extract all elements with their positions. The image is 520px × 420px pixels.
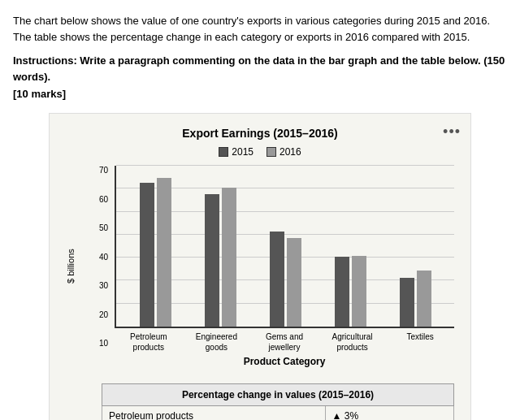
instructions-text: Instructions: Write a paragraph commenti… [13, 53, 507, 84]
bar-textiles-2016 [417, 271, 431, 327]
table-row-petroleum: Petroleum products ▲ 3% [102, 406, 454, 421]
chart-container: ••• Export Earnings (2015–2016) 2015 201… [49, 113, 471, 420]
category-agricultural [335, 256, 366, 327]
y-tick-20: 20 [79, 310, 111, 319]
legend-box-2016 [266, 147, 276, 157]
y-axis-label: $ billions [66, 166, 76, 367]
chart-legend: 2015 2016 [66, 146, 454, 158]
marks-text: [10 marks] [13, 88, 507, 100]
bars-group [116, 166, 454, 327]
table-wrapper: Percentage change in values (2015–2016) … [102, 383, 454, 420]
table-cell-petroleum-change: ▲ 3% [325, 406, 453, 421]
bar-textiles-2015 [400, 278, 414, 327]
intro-text: The chart below shows the value of one c… [13, 13, 507, 45]
chart-plot [115, 166, 454, 328]
more-button[interactable]: ••• [443, 123, 461, 141]
bar-engineered-2015 [205, 194, 219, 327]
legend-2016: 2016 [266, 146, 301, 158]
table-header-row: Percentage change in values (2015–2016) [102, 384, 454, 406]
bar-gems-2016 [287, 238, 301, 327]
y-tick-50: 50 [79, 223, 111, 232]
bar-petroleum-2015 [140, 183, 154, 327]
x-label-gems: Gems andjewellery [252, 331, 317, 353]
chart-inner: 10 20 30 40 50 60 70 [79, 166, 454, 367]
x-labels: Petroleumproducts Engineeredgoods Gems a… [115, 331, 454, 353]
percentage-table: Percentage change in values (2015–2016) … [102, 383, 454, 420]
table-cell-petroleum-name: Petroleum products [102, 406, 326, 421]
bar-agricultural-2015 [335, 257, 349, 327]
y-tick-40: 40 [79, 253, 111, 262]
bar-agricultural-2016 [352, 256, 366, 327]
x-label-textiles: Textiles [388, 331, 453, 353]
legend-box-2015 [219, 147, 228, 157]
bar-petroleum-2016 [157, 178, 171, 327]
table-header: Percentage change in values (2015–2016) [102, 384, 454, 406]
category-gems [270, 232, 301, 327]
category-petroleum [140, 178, 171, 327]
bar-engineered-2016 [222, 188, 236, 327]
chart-title: Export Earnings (2015–2016) [66, 127, 454, 140]
category-engineered [205, 188, 236, 327]
legend-label-2016: 2016 [280, 146, 301, 158]
bar-gems-2015 [270, 232, 284, 327]
x-axis-title: Product Category [115, 356, 454, 367]
x-label-petroleum: Petroleumproducts [116, 331, 181, 353]
y-tick-60: 60 [79, 195, 111, 204]
category-textiles [400, 271, 431, 327]
chart-area: $ billions 10 20 30 40 50 60 70 [66, 166, 454, 367]
y-tick-30: 30 [79, 281, 111, 290]
y-tick-10: 10 [79, 339, 111, 348]
x-label-agricultural: Agriculturalproducts [320, 331, 385, 353]
x-label-engineered: Engineeredgoods [184, 331, 249, 353]
legend-label-2015: 2015 [232, 146, 254, 158]
y-tick-70: 70 [79, 166, 111, 175]
legend-2015: 2015 [219, 146, 254, 158]
